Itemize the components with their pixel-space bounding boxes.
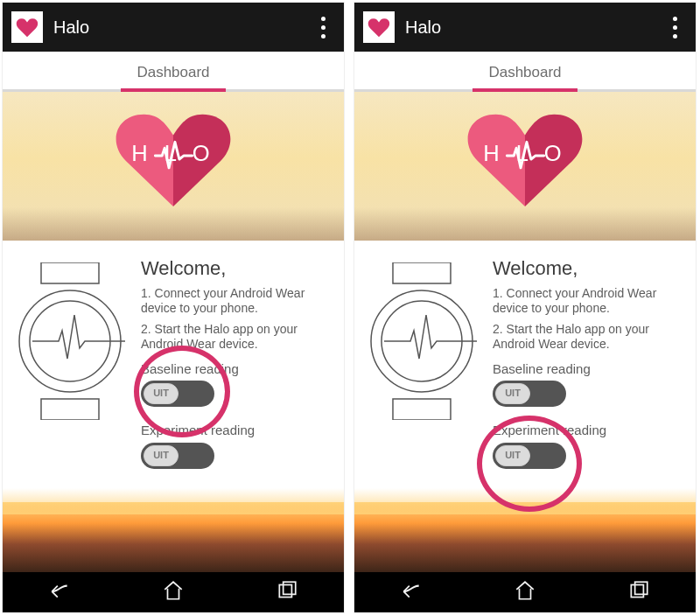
welcome-step-2: 2. Start the Halo app on your Android We… <box>141 322 328 353</box>
tab-dashboard[interactable]: Dashboard <box>488 64 561 81</box>
switch-thumb: UIT <box>144 383 178 404</box>
action-bar: Halo <box>3 3 344 52</box>
svg-rect-4 <box>284 582 296 594</box>
dot-icon <box>673 25 677 30</box>
switch-thumb: UIT <box>495 383 530 404</box>
baseline-label: Baseline reading <box>493 361 680 378</box>
app-icon <box>363 11 395 43</box>
nav-home-button[interactable] <box>514 579 536 605</box>
dot-icon <box>321 17 326 21</box>
tab-bar: Dashboard <box>354 52 696 92</box>
switch-thumb: UIT <box>144 445 178 466</box>
overflow-menu-button[interactable] <box>311 17 335 38</box>
hero-banner-sunset <box>354 502 696 572</box>
nav-back-button[interactable] <box>48 579 71 605</box>
android-nav-bar <box>354 572 696 612</box>
halo-heart-logo: H L O <box>113 108 234 211</box>
baseline-section: Baseline reading UIT <box>493 361 680 408</box>
nav-home-button[interactable] <box>162 579 185 605</box>
halo-heart-logo: H L O <box>465 108 585 211</box>
content-area: H L O Welcome, 1. Connect your Android W… <box>354 92 696 572</box>
experiment-section: Experiment reading UIT <box>141 423 328 469</box>
welcome-step-1: 1. Connect your Android Wear device to y… <box>493 286 680 317</box>
dot-icon <box>321 25 326 30</box>
experiment-switch[interactable]: UIT <box>493 443 566 469</box>
experiment-section: Experiment reading UIT <box>493 423 680 469</box>
phone-left: Halo Dashboard H L O Welcome, 1. Conn <box>2 2 345 613</box>
content-area: H L O Welcome, 1. Connect your Android W… <box>3 92 344 572</box>
action-bar: Halo <box>354 3 696 52</box>
heart-icon <box>15 15 39 39</box>
overflow-menu-button[interactable] <box>662 17 687 38</box>
welcome-block: Welcome, 1. Connect your Android Wear de… <box>141 256 328 469</box>
dot-icon <box>673 17 677 21</box>
switch-thumb: UIT <box>495 445 530 466</box>
dot-icon <box>321 34 326 38</box>
baseline-switch[interactable]: UIT <box>493 381 566 407</box>
experiment-switch[interactable]: UIT <box>141 443 214 469</box>
welcome-block: Welcome, 1. Connect your Android Wear de… <box>493 256 680 469</box>
baseline-label: Baseline reading <box>141 361 328 378</box>
experiment-label: Experiment reading <box>493 423 680 439</box>
android-nav-bar <box>3 572 344 612</box>
nav-back-button[interactable] <box>400 579 423 605</box>
tab-bar: Dashboard <box>3 52 344 92</box>
experiment-label: Experiment reading <box>141 423 328 439</box>
nav-recents-button[interactable] <box>276 579 298 605</box>
tab-dashboard[interactable]: Dashboard <box>136 64 209 81</box>
watch-outline-icon <box>13 262 127 420</box>
app-title: Halo <box>405 17 662 38</box>
welcome-title: Welcome, <box>141 256 328 281</box>
svg-rect-9 <box>635 582 648 594</box>
hero-banner-sunset <box>3 502 344 572</box>
app-icon <box>11 11 43 43</box>
baseline-section: Baseline reading UIT <box>141 361 328 408</box>
svg-rect-3 <box>279 585 291 598</box>
baseline-switch[interactable]: UIT <box>141 381 214 407</box>
app-title: Halo <box>53 17 311 38</box>
watch-outline-icon <box>365 262 479 420</box>
dot-icon <box>673 34 677 38</box>
phone-right: Halo Dashboard H L O Welcome, 1. Conn <box>354 2 696 613</box>
welcome-title: Welcome, <box>493 256 680 281</box>
heart-icon <box>367 15 391 39</box>
svg-rect-8 <box>631 585 643 598</box>
nav-recents-button[interactable] <box>627 579 650 605</box>
welcome-step-2: 2. Start the Halo app on your Android We… <box>493 322 680 353</box>
welcome-step-1: 1. Connect your Android Wear device to y… <box>141 286 328 317</box>
